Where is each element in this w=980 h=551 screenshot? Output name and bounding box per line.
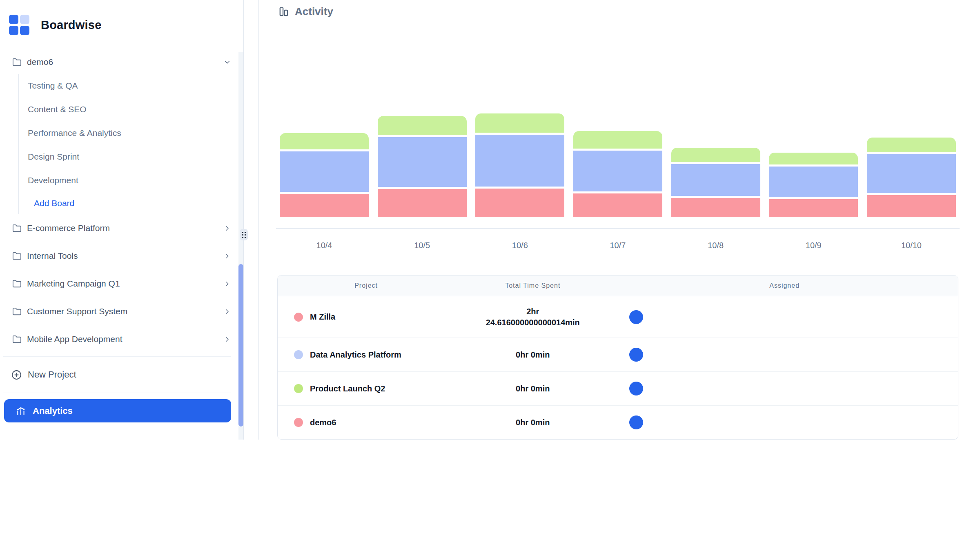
bar-segment-green: [378, 116, 467, 135]
project-color-dot: [294, 313, 303, 322]
sidebar-project-marketing-campaign-q1[interactable]: Marketing Campaign Q1: [0, 270, 243, 298]
project-cell: Product Launch Q2: [278, 384, 454, 393]
assigned-avatar: [629, 415, 643, 429]
bar-segment-blue: [475, 135, 564, 187]
chevron-right-icon: [223, 280, 231, 288]
logo-row: Boardwise: [0, 0, 243, 50]
assigned-avatar: [629, 382, 643, 395]
bar-segment-red: [867, 195, 956, 217]
project-label: Mobile App Development: [27, 334, 223, 344]
analytics-label: Analytics: [33, 406, 73, 416]
panel-resize-grip[interactable]: [240, 229, 248, 240]
folder-icon: [12, 279, 22, 289]
project-name: demo6: [310, 418, 336, 427]
bar-segment-red: [769, 199, 858, 217]
sidebar-board-design-sprint[interactable]: Design Sprint: [19, 145, 243, 169]
new-project-label: New Project: [28, 369, 76, 380]
table-row-data-analytics-platform: Data Analytics Platform0hr 0min: [278, 338, 958, 371]
bar-segment-blue: [378, 137, 467, 187]
chart-bar-10/4: [280, 133, 369, 217]
sidebar-board-development[interactable]: Development: [19, 169, 243, 192]
assigned-cell: [611, 348, 958, 362]
project-label: Marketing Campaign Q1: [27, 279, 223, 289]
project-label: Customer Support System: [27, 307, 223, 316]
sidebar-board-performance-analytics[interactable]: Performance & Analytics: [19, 121, 243, 145]
bar-segment-blue: [671, 164, 760, 196]
chart-bar-10/6: [475, 113, 564, 217]
bar-segment-green: [573, 131, 662, 149]
project-label: E-commerce Platform: [27, 223, 223, 233]
table-row-m-zilla: M Zilla2hr24.616000000000014min: [278, 296, 958, 338]
sidebar-project-mobile-app-development[interactable]: Mobile App Development: [0, 325, 243, 353]
logo-square: [9, 15, 18, 24]
chevron-right-icon: [223, 308, 231, 315]
x-tick-label: 10/6: [475, 241, 564, 253]
project-cell: Data Analytics Platform: [278, 350, 454, 360]
sidebar-project-e-commerce-platform[interactable]: E-commerce Platform: [0, 214, 243, 242]
divider: [3, 393, 231, 393]
folder-icon: [12, 307, 22, 316]
sidebar-board-testing-qa[interactable]: Testing & QA: [19, 74, 243, 98]
sidebar-project-demo6[interactable]: demo6: [0, 50, 243, 74]
folder-icon: [12, 58, 22, 67]
project-name: Product Launch Q2: [310, 384, 385, 393]
chart-bar-10/7: [573, 131, 662, 217]
project-color-dot: [294, 418, 303, 427]
x-tick-label: 10/8: [671, 241, 760, 253]
total-time-cell: 0hr 0min: [454, 417, 611, 428]
x-tick-label: 10/10: [867, 241, 956, 253]
bar-segment-blue: [769, 167, 858, 197]
project-label: Internal Tools: [27, 251, 223, 261]
column-header-project: Project: [278, 282, 454, 289]
total-time-cell: 0hr 0min: [454, 383, 611, 394]
project-cell: M Zilla: [278, 312, 454, 322]
bar-segment-red: [280, 194, 369, 217]
time-line: 0hr 0min: [454, 417, 611, 428]
bar-segment-red: [671, 198, 760, 217]
sidebar-project-internal-tools[interactable]: Internal Tools: [0, 242, 243, 270]
sidebar-item-analytics[interactable]: Analytics: [4, 399, 231, 422]
total-time-cell: 2hr24.616000000000014min: [454, 306, 611, 328]
project-color-dot: [294, 384, 303, 393]
time-line: 0hr 0min: [454, 383, 611, 394]
x-tick-label: 10/4: [280, 241, 369, 253]
sidebar-project-customer-support-system[interactable]: Customer Support System: [0, 298, 243, 325]
panel-resize-gutter: [244, 0, 258, 440]
column-header-total-time: Total Time Spent: [454, 282, 611, 289]
time-spent-table: Project Total Time Spent Assigned M Zill…: [277, 275, 958, 440]
logo-square: [9, 26, 18, 35]
new-project-button[interactable]: New Project: [0, 357, 243, 393]
assigned-cell: [611, 415, 958, 429]
bar-segment-red: [475, 189, 564, 217]
folder-icon: [12, 251, 22, 261]
bar-segment-red: [573, 193, 662, 217]
assigned-cell: [611, 382, 958, 395]
app-title: Boardwise: [41, 18, 101, 32]
table-row-product-launch-q2: Product Launch Q20hr 0min: [278, 371, 958, 405]
assigned-avatar: [629, 348, 643, 362]
table-row-demo6: demo60hr 0min: [278, 405, 958, 439]
chart-bar-10/10: [867, 138, 956, 217]
chevron-right-icon: [223, 224, 231, 232]
bar-segment-green: [867, 138, 956, 152]
main-panel: Activity 10/410/510/610/710/810/910/10 P…: [258, 0, 980, 440]
chevron-right-icon: [223, 335, 231, 343]
sidebar-nav: demo6Testing & QAContent & SEOPerformanc…: [0, 50, 243, 353]
board-list: Testing & QAContent & SEOPerformance & A…: [18, 74, 243, 214]
time-line: 24.616000000000014min: [454, 317, 611, 328]
total-time-cell: 0hr 0min: [454, 349, 611, 360]
x-tick-label: 10/5: [378, 241, 467, 253]
chevron-down-icon: [223, 58, 231, 66]
sidebar-scrollbar-thumb[interactable]: [238, 264, 243, 427]
app-frame: Boardwise demo6Testing & QAContent & SEO…: [0, 0, 980, 440]
project-cell: demo6: [278, 418, 454, 427]
plus-circle-icon: [11, 370, 22, 380]
time-line: 0hr 0min: [454, 349, 611, 360]
chart-bar-10/5: [378, 116, 467, 217]
project-name: M Zilla: [310, 312, 335, 322]
assigned-cell: [611, 310, 958, 324]
chart-x-axis-labels: 10/410/510/610/710/810/910/10: [277, 241, 958, 253]
add-board-button[interactable]: Add Board: [19, 192, 243, 214]
activity-header: Activity: [278, 5, 333, 18]
sidebar-board-content-seo[interactable]: Content & SEO: [19, 98, 243, 121]
